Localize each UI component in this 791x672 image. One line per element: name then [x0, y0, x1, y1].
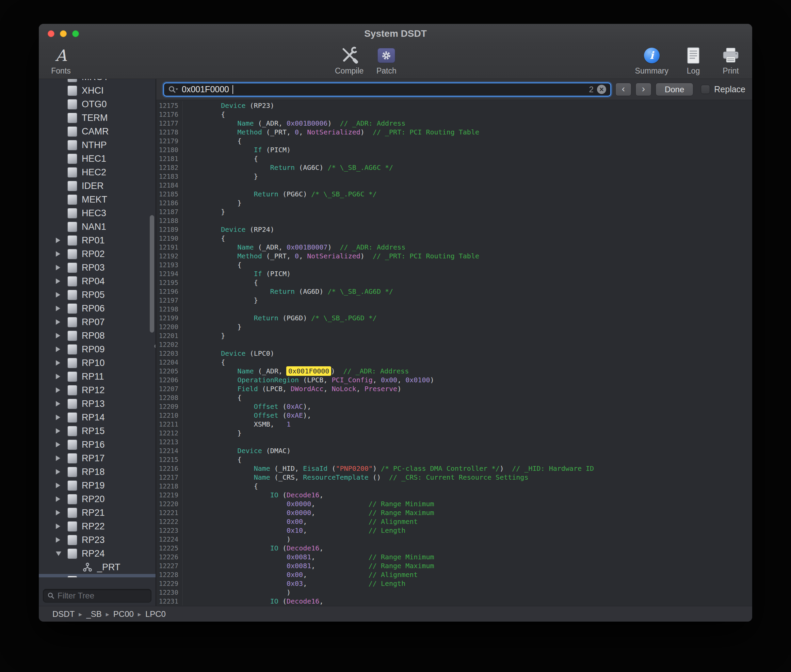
find-next-button[interactable]: ›: [636, 83, 652, 96]
filter-tree-input[interactable]: [58, 591, 147, 600]
breadcrumb-item-pc00[interactable]: PC00: [113, 610, 134, 619]
tree-item-rp08[interactable]: RP08: [39, 329, 155, 342]
disclosure-triangle[interactable]: [56, 552, 67, 556]
tree-item-label: TERM: [81, 113, 108, 123]
disclosure-triangle[interactable]: [56, 360, 67, 366]
tree-item-hec1[interactable]: HEC1: [39, 152, 155, 165]
tree-item-rp21[interactable]: RP21: [39, 506, 155, 520]
disclosure-triangle[interactable]: [56, 251, 67, 257]
tree-item-hec2[interactable]: HEC2: [39, 165, 155, 179]
tree-item-rp22[interactable]: RP22: [39, 520, 155, 533]
tree-item-otg0[interactable]: OTG0: [39, 98, 155, 111]
tree-item-rp23[interactable]: RP23: [39, 533, 155, 547]
tree-item-rp02[interactable]: RP02: [39, 247, 155, 261]
tree-item-rp18[interactable]: RP18: [39, 465, 155, 478]
code-line-text: 0x0081, // Range Maximum: [183, 562, 434, 570]
code-line-text: If (PICM): [183, 146, 291, 154]
code-line: 12214 Device (DMAC): [156, 446, 752, 455]
replace-label: Replace: [714, 85, 745, 94]
patch-button[interactable]: Patch: [374, 46, 399, 75]
tree-item-rp09[interactable]: RP09: [39, 342, 155, 356]
breadcrumb-item-_sb[interactable]: _SB: [86, 610, 101, 619]
disclosure-triangle[interactable]: [56, 523, 67, 529]
disclosure-triangle[interactable]: [56, 347, 67, 352]
fonts-button[interactable]: A Fonts: [48, 46, 74, 75]
line-number: 12221: [156, 508, 183, 517]
disclosure-triangle[interactable]: [56, 510, 67, 515]
summary-button[interactable]: i Summary: [635, 46, 668, 75]
tree-item-rp10[interactable]: RP10: [39, 356, 155, 370]
close-button[interactable]: [48, 30, 54, 37]
tree-item-nan1[interactable]: NAN1: [39, 220, 155, 234]
tree-item-rp19[interactable]: RP19: [39, 478, 155, 492]
tree-item-rp20[interactable]: RP20: [39, 492, 155, 506]
breadcrumb-item-lpc0[interactable]: LPC0: [145, 610, 166, 619]
summary-label: Summary: [635, 66, 668, 75]
tree-item-term[interactable]: TERM: [39, 111, 155, 125]
minimize-button[interactable]: [60, 30, 67, 37]
tree-item-rp11[interactable]: RP11: [39, 370, 155, 383]
tree-item-hec3[interactable]: HEC3: [39, 206, 155, 220]
tree-item-rp06[interactable]: RP06: [39, 302, 155, 315]
replace-checkbox[interactable]: [701, 85, 710, 94]
tree-item-rp14[interactable]: RP14: [39, 411, 155, 424]
find-previous-button[interactable]: ‹: [615, 83, 631, 96]
tree-item-mekt[interactable]: MEKT: [39, 193, 155, 206]
disclosure-triangle[interactable]: [56, 319, 67, 325]
tree-item-rp24[interactable]: RP24: [39, 547, 155, 560]
done-button[interactable]: Done: [655, 83, 694, 96]
code-line: 12177 Name (_ADR, 0x001B0006) // _ADR: A…: [156, 119, 752, 128]
zoom-button[interactable]: [72, 30, 79, 37]
log-button[interactable]: Log: [681, 46, 706, 75]
sidebar-scrollbar[interactable]: [150, 215, 154, 333]
tree-item-rp13[interactable]: RP13: [39, 397, 155, 411]
disclosure-triangle[interactable]: [56, 401, 67, 406]
titlebar[interactable]: System DSDT: [39, 24, 752, 43]
tree-item-lpc0[interactable]: LPC0: [39, 574, 155, 578]
filter-tree-field[interactable]: [43, 589, 152, 603]
tree-item-rp07[interactable]: RP07: [39, 315, 155, 329]
tree-item-rp01[interactable]: RP01: [39, 234, 155, 247]
line-number: 12183: [156, 172, 183, 181]
tree-item-label: RP22: [81, 521, 105, 532]
compile-button[interactable]: Compile: [335, 46, 363, 75]
tree-item-rp16[interactable]: RP16: [39, 438, 155, 451]
code-line-text: {: [183, 154, 258, 163]
pane-splitter-handle[interactable]: [154, 344, 156, 348]
disclosure-triangle[interactable]: [56, 537, 67, 542]
print-button[interactable]: Print: [718, 46, 743, 75]
breadcrumb-item-dsdt[interactable]: DSDT: [53, 610, 75, 619]
tree-item-rp12[interactable]: RP12: [39, 383, 155, 397]
disclosure-triangle[interactable]: [56, 333, 67, 338]
tree-item-xhci[interactable]: XHCI: [39, 84, 155, 98]
tree-item-_prt[interactable]: _PRT: [39, 560, 155, 574]
code-editor[interactable]: 12175 Device (RP23)12176 {12177 Name (_A…: [156, 100, 752, 606]
code-line: 12227 0x0081, // Range Maximum: [156, 562, 752, 570]
tree-item-rp04[interactable]: RP04: [39, 274, 155, 288]
tree-item-rp05[interactable]: RP05: [39, 288, 155, 302]
tree-item-mrot[interactable]: MROT: [39, 79, 155, 84]
disclosure-triangle[interactable]: [56, 414, 67, 420]
tree-item-rp17[interactable]: RP17: [39, 451, 155, 465]
disclosure-triangle[interactable]: [56, 483, 67, 488]
disclosure-triangle[interactable]: [56, 292, 67, 298]
tree-item-rp03[interactable]: RP03: [39, 261, 155, 274]
disclosure-triangle[interactable]: [56, 469, 67, 475]
disclosure-triangle[interactable]: [56, 428, 67, 434]
tree-item-camr[interactable]: CAMR: [39, 125, 155, 138]
tree-item-nthp[interactable]: NTHP: [39, 138, 155, 152]
search-input[interactable]: 0x001F0000 2 ×: [163, 82, 611, 97]
tree-item-ider[interactable]: IDER: [39, 179, 155, 193]
tree-item-rp15[interactable]: RP15: [39, 424, 155, 438]
disclosure-triangle[interactable]: [56, 265, 67, 270]
disclosure-triangle[interactable]: [56, 387, 67, 393]
disclosure-triangle[interactable]: [56, 456, 67, 461]
disclosure-triangle[interactable]: [56, 278, 67, 284]
clear-search-button[interactable]: ×: [597, 85, 606, 94]
disclosure-triangle[interactable]: [56, 496, 67, 502]
disclosure-triangle[interactable]: [56, 238, 67, 243]
disclosure-triangle[interactable]: [56, 306, 67, 311]
disclosure-triangle[interactable]: [56, 442, 67, 447]
line-number: 12184: [156, 181, 183, 190]
disclosure-triangle[interactable]: [56, 374, 67, 379]
